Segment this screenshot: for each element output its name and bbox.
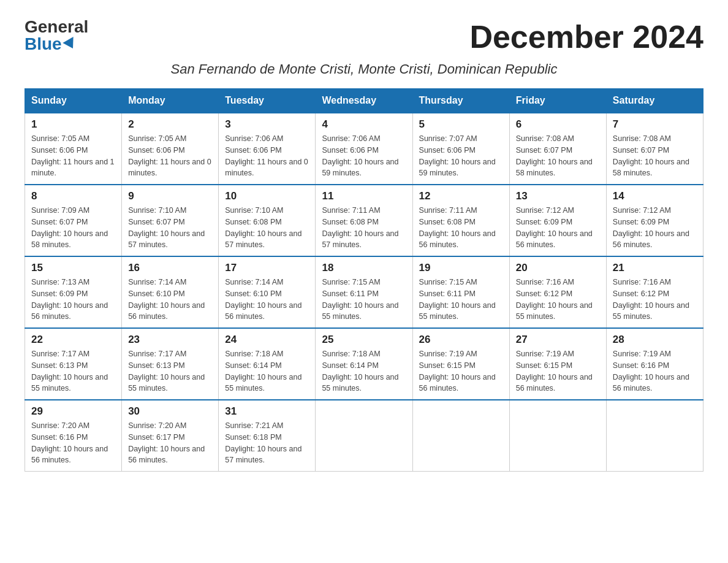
calendar-cell: 27 Sunrise: 7:19 AMSunset: 6:15 PMDaylig…	[509, 328, 606, 400]
day-info: Sunrise: 7:17 AMSunset: 6:13 PMDaylight:…	[128, 348, 212, 394]
day-info: Sunrise: 7:19 AMSunset: 6:15 PMDaylight:…	[516, 348, 600, 394]
calendar-cell: 1 Sunrise: 7:05 AMSunset: 6:06 PMDayligh…	[25, 113, 122, 185]
calendar-cell: 13 Sunrise: 7:12 AMSunset: 6:09 PMDaylig…	[509, 185, 606, 256]
calendar-cell	[412, 400, 509, 472]
day-info: Sunrise: 7:07 AMSunset: 6:06 PMDaylight:…	[419, 133, 503, 179]
calendar-cell: 31 Sunrise: 7:21 AMSunset: 6:18 PMDaylig…	[219, 400, 316, 472]
calendar-header-row: SundayMondayTuesdayWednesdayThursdayFrid…	[25, 89, 703, 113]
day-number: 24	[225, 334, 309, 346]
calendar-cell: 4 Sunrise: 7:06 AMSunset: 6:06 PMDayligh…	[316, 113, 412, 185]
calendar-header-sunday: Sunday	[25, 89, 122, 113]
day-number: 1	[31, 118, 115, 131]
calendar-cell: 18 Sunrise: 7:15 AMSunset: 6:11 PMDaylig…	[316, 256, 412, 328]
day-info: Sunrise: 7:12 AMSunset: 6:09 PMDaylight:…	[516, 205, 600, 251]
calendar-cell: 3 Sunrise: 7:06 AMSunset: 6:06 PMDayligh…	[219, 113, 316, 185]
day-info: Sunrise: 7:11 AMSunset: 6:08 PMDaylight:…	[419, 205, 503, 251]
calendar-week-row: 29 Sunrise: 7:20 AMSunset: 6:16 PMDaylig…	[25, 400, 703, 472]
calendar-cell: 8 Sunrise: 7:09 AMSunset: 6:07 PMDayligh…	[25, 185, 122, 256]
day-number: 31	[225, 405, 309, 418]
day-info: Sunrise: 7:08 AMSunset: 6:07 PMDaylight:…	[613, 133, 697, 179]
calendar-cell: 9 Sunrise: 7:10 AMSunset: 6:07 PMDayligh…	[122, 185, 219, 256]
day-number: 22	[31, 334, 115, 346]
calendar-header-tuesday: Tuesday	[219, 89, 316, 113]
day-number: 2	[128, 118, 212, 131]
day-info: Sunrise: 7:15 AMSunset: 6:11 PMDaylight:…	[419, 277, 503, 323]
calendar-cell	[509, 400, 606, 472]
day-info: Sunrise: 7:05 AMSunset: 6:06 PMDaylight:…	[31, 133, 115, 179]
logo-blue-text: Blue	[25, 36, 77, 53]
day-info: Sunrise: 7:14 AMSunset: 6:10 PMDaylight:…	[225, 277, 309, 323]
calendar-cell: 12 Sunrise: 7:11 AMSunset: 6:08 PMDaylig…	[412, 185, 509, 256]
day-number: 21	[613, 262, 697, 274]
calendar-cell	[316, 400, 412, 472]
calendar-week-row: 1 Sunrise: 7:05 AMSunset: 6:06 PMDayligh…	[25, 113, 703, 185]
subtitle: San Fernando de Monte Cristi, Monte Cris…	[25, 61, 703, 77]
day-info: Sunrise: 7:05 AMSunset: 6:06 PMDaylight:…	[128, 133, 212, 179]
day-number: 23	[128, 334, 212, 346]
calendar-header-monday: Monday	[122, 89, 219, 113]
calendar-cell: 29 Sunrise: 7:20 AMSunset: 6:16 PMDaylig…	[25, 400, 122, 472]
day-number: 3	[225, 118, 309, 131]
calendar-week-row: 22 Sunrise: 7:17 AMSunset: 6:13 PMDaylig…	[25, 328, 703, 400]
day-info: Sunrise: 7:18 AMSunset: 6:14 PMDaylight:…	[322, 348, 406, 394]
day-number: 11	[322, 190, 406, 202]
calendar-header-saturday: Saturday	[606, 89, 703, 113]
day-info: Sunrise: 7:21 AMSunset: 6:18 PMDaylight:…	[225, 420, 309, 466]
day-number: 17	[225, 262, 309, 274]
logo-triangle-icon	[63, 37, 78, 52]
day-info: Sunrise: 7:10 AMSunset: 6:08 PMDaylight:…	[225, 205, 309, 251]
day-number: 9	[128, 190, 212, 202]
day-info: Sunrise: 7:19 AMSunset: 6:15 PMDaylight:…	[419, 348, 503, 394]
calendar-cell: 22 Sunrise: 7:17 AMSunset: 6:13 PMDaylig…	[25, 328, 122, 400]
day-info: Sunrise: 7:19 AMSunset: 6:16 PMDaylight:…	[613, 348, 697, 394]
page-title: December 2024	[469, 18, 703, 55]
calendar-cell: 26 Sunrise: 7:19 AMSunset: 6:15 PMDaylig…	[412, 328, 509, 400]
day-number: 10	[225, 190, 309, 202]
day-number: 14	[613, 190, 697, 202]
calendar-cell: 28 Sunrise: 7:19 AMSunset: 6:16 PMDaylig…	[606, 328, 703, 400]
day-number: 28	[613, 334, 697, 346]
day-number: 12	[419, 190, 503, 202]
calendar-cell: 20 Sunrise: 7:16 AMSunset: 6:12 PMDaylig…	[509, 256, 606, 328]
day-info: Sunrise: 7:09 AMSunset: 6:07 PMDaylight:…	[31, 205, 115, 251]
page-header: General Blue December 2024	[25, 18, 703, 55]
day-number: 13	[516, 190, 600, 202]
day-info: Sunrise: 7:16 AMSunset: 6:12 PMDaylight:…	[613, 277, 697, 323]
day-info: Sunrise: 7:06 AMSunset: 6:06 PMDaylight:…	[322, 133, 406, 179]
calendar-cell: 5 Sunrise: 7:07 AMSunset: 6:06 PMDayligh…	[412, 113, 509, 185]
day-number: 8	[31, 190, 115, 202]
calendar-cell: 2 Sunrise: 7:05 AMSunset: 6:06 PMDayligh…	[122, 113, 219, 185]
calendar-cell: 14 Sunrise: 7:12 AMSunset: 6:09 PMDaylig…	[606, 185, 703, 256]
day-number: 25	[322, 334, 406, 346]
day-number: 18	[322, 262, 406, 274]
day-number: 20	[516, 262, 600, 274]
calendar-header-wednesday: Wednesday	[316, 89, 412, 113]
calendar-cell: 16 Sunrise: 7:14 AMSunset: 6:10 PMDaylig…	[122, 256, 219, 328]
calendar-header-thursday: Thursday	[412, 89, 509, 113]
day-info: Sunrise: 7:15 AMSunset: 6:11 PMDaylight:…	[322, 277, 406, 323]
day-info: Sunrise: 7:16 AMSunset: 6:12 PMDaylight:…	[516, 277, 600, 323]
day-info: Sunrise: 7:20 AMSunset: 6:16 PMDaylight:…	[31, 420, 115, 466]
day-number: 27	[516, 334, 600, 346]
logo-general-text: General	[25, 18, 88, 36]
day-info: Sunrise: 7:13 AMSunset: 6:09 PMDaylight:…	[31, 277, 115, 323]
day-info: Sunrise: 7:12 AMSunset: 6:09 PMDaylight:…	[613, 205, 697, 251]
day-number: 16	[128, 262, 212, 274]
day-number: 19	[419, 262, 503, 274]
calendar-cell: 6 Sunrise: 7:08 AMSunset: 6:07 PMDayligh…	[509, 113, 606, 185]
day-info: Sunrise: 7:17 AMSunset: 6:13 PMDaylight:…	[31, 348, 115, 394]
day-info: Sunrise: 7:06 AMSunset: 6:06 PMDaylight:…	[225, 133, 309, 179]
calendar-cell: 19 Sunrise: 7:15 AMSunset: 6:11 PMDaylig…	[412, 256, 509, 328]
day-number: 6	[516, 118, 600, 131]
day-info: Sunrise: 7:18 AMSunset: 6:14 PMDaylight:…	[225, 348, 309, 394]
day-number: 4	[322, 118, 406, 131]
calendar-week-row: 15 Sunrise: 7:13 AMSunset: 6:09 PMDaylig…	[25, 256, 703, 328]
day-info: Sunrise: 7:20 AMSunset: 6:17 PMDaylight:…	[128, 420, 212, 466]
calendar-table: SundayMondayTuesdayWednesdayThursdayFrid…	[25, 88, 703, 472]
calendar-cell: 24 Sunrise: 7:18 AMSunset: 6:14 PMDaylig…	[219, 328, 316, 400]
calendar-cell: 7 Sunrise: 7:08 AMSunset: 6:07 PMDayligh…	[606, 113, 703, 185]
calendar-cell	[606, 400, 703, 472]
calendar-cell: 21 Sunrise: 7:16 AMSunset: 6:12 PMDaylig…	[606, 256, 703, 328]
day-info: Sunrise: 7:10 AMSunset: 6:07 PMDaylight:…	[128, 205, 212, 251]
day-number: 30	[128, 405, 212, 418]
